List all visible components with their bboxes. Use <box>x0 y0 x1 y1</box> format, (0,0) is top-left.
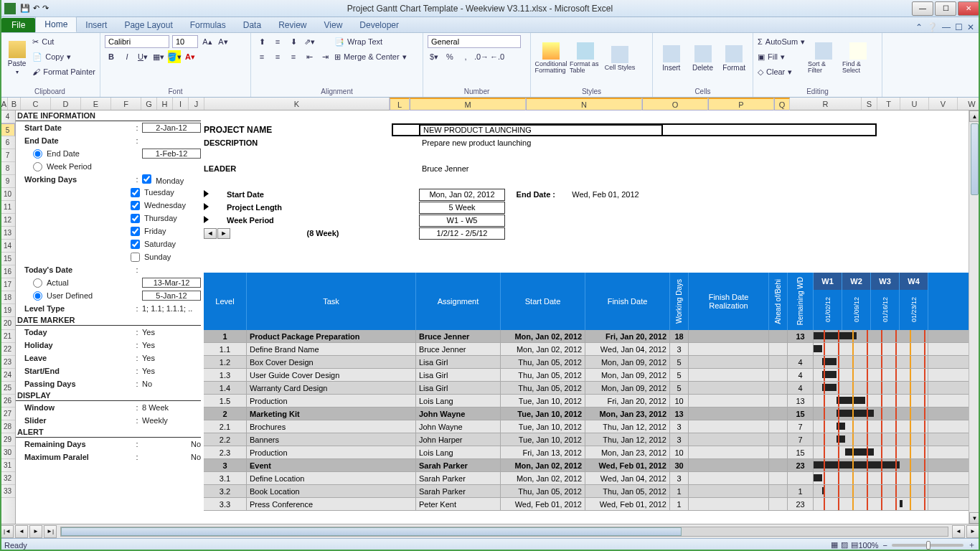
end-date-value[interactable]: 1-Feb-12 <box>142 149 201 159</box>
project-name-cell[interactable]: NEW PRODUCT LAUNCHING <box>419 124 663 136</box>
col-header-W[interactable]: W <box>958 98 980 110</box>
tab-developer[interactable]: Developer <box>351 18 407 32</box>
row-header-18[interactable]: 18 <box>0 291 15 304</box>
user-def-date-value[interactable]: 5-Jan-12 <box>142 291 201 301</box>
end-date-radio[interactable] <box>33 149 42 159</box>
row-header-20[interactable]: 20 <box>0 317 15 330</box>
horizontal-scrollbar[interactable] <box>60 527 948 537</box>
row-header-9[interactable]: 9 <box>0 175 15 188</box>
minimize-ribbon-icon[interactable]: ⌃ <box>915 22 923 32</box>
tab-home[interactable]: Home <box>35 17 77 32</box>
day-tuesday-check[interactable] <box>131 188 140 197</box>
close-button[interactable]: ✕ <box>958 1 979 16</box>
cut-button[interactable]: ✂ Cut <box>32 34 95 49</box>
row-header-16[interactable]: 16 <box>0 265 15 278</box>
tab-data[interactable]: Data <box>235 18 270 32</box>
tab-view[interactable]: View <box>316 18 352 32</box>
sheet-nav-last[interactable]: ►| <box>44 525 57 538</box>
day-wednesday-check[interactable] <box>131 201 140 210</box>
maximize-button[interactable]: ☐ <box>935 1 956 16</box>
col-header-I[interactable]: I <box>173 98 189 110</box>
fill-button[interactable]: ▣ Fill ▾ <box>758 50 805 64</box>
row-header-6[interactable]: 6 <box>0 136 15 149</box>
zoom-out-icon[interactable]: − <box>883 541 887 550</box>
task-row[interactable]: 1.5ProductionLois LangTue, Jan 10, 2012F… <box>204 395 980 408</box>
sheet-nav-first[interactable]: |◄ <box>1 525 14 538</box>
col-header-U[interactable]: U <box>900 98 929 110</box>
task-row[interactable]: 1Product Package PreparationBruce Jenner… <box>204 330 980 343</box>
row-header-7[interactable]: 7 <box>0 149 15 162</box>
col-header-S[interactable]: S <box>862 98 877 110</box>
day-sunday-check[interactable] <box>131 253 140 262</box>
wrap-text-button[interactable]: 📑 Wrap Text <box>334 34 407 49</box>
view-break-icon[interactable]: ▤ <box>851 540 858 550</box>
insert-cells-button[interactable]: Insert <box>657 34 686 82</box>
task-row[interactable]: 1.3User Guide Cover DesignLisa GirlThu, … <box>204 369 980 382</box>
align-right-icon[interactable]: ≡ <box>287 50 300 63</box>
font-color-button[interactable]: A▾ <box>184 50 197 63</box>
task-row[interactable]: 1.2Box Cover DesignLisa GirlThu, Jan 05,… <box>204 356 980 369</box>
expand-icon[interactable] <box>204 203 209 210</box>
row-header-25[interactable]: 25 <box>0 382 15 395</box>
underline-button[interactable]: U▾ <box>136 50 149 63</box>
start-date-value[interactable]: 2-Jan-12 <box>142 123 201 133</box>
bold-button[interactable]: B <box>105 50 118 63</box>
row-header-28[interactable]: 28 <box>0 420 15 433</box>
number-format-select[interactable] <box>428 35 521 48</box>
row-header-17[interactable]: 17 <box>0 278 15 291</box>
col-header-A[interactable]: A <box>1 98 8 110</box>
col-header-T[interactable]: T <box>877 98 900 110</box>
inc-decimal-icon[interactable]: .0→ <box>475 50 488 63</box>
conditional-formatting-button[interactable]: Conditional Formatting <box>535 34 567 82</box>
scroll-thumb[interactable] <box>971 123 979 195</box>
tab-review[interactable]: Review <box>270 18 315 32</box>
col-header-F[interactable]: F <box>111 98 141 110</box>
row-header-30[interactable]: 30 <box>0 446 15 459</box>
row-header-15[interactable]: 15 <box>0 253 15 265</box>
task-row[interactable]: 3.2Book LocationSarah ParkerThu, Jan 05,… <box>204 485 980 498</box>
tab-page-layout[interactable]: Page Layout <box>116 18 181 32</box>
paste-button[interactable]: Paste▾ <box>4 34 29 82</box>
cell-styles-button[interactable]: Cell Styles <box>604 34 636 82</box>
doc-min-icon[interactable]: — <box>942 22 951 32</box>
col-header-O[interactable]: O <box>642 98 708 110</box>
find-select-button[interactable]: Find & Select <box>842 34 874 82</box>
day-monday-check[interactable] <box>142 174 151 184</box>
indent-inc-icon[interactable]: ⇥ <box>319 50 331 63</box>
doc-restore-icon[interactable]: ☐ <box>955 22 963 32</box>
task-row[interactable]: 2.2BannersJohn HarperTue, Jan 10, 2012Th… <box>204 433 980 446</box>
col-header-H[interactable]: H <box>157 98 173 110</box>
file-tab[interactable]: File <box>1 18 35 32</box>
col-header-E[interactable]: E <box>81 98 111 110</box>
currency-icon[interactable]: $▾ <box>428 50 440 63</box>
delete-cells-button[interactable]: Delete <box>689 34 717 82</box>
view-normal-icon[interactable]: ▦ <box>831 540 838 550</box>
task-row[interactable]: 3EventSarah ParkerMon, Jan 02, 2012Wed, … <box>204 459 980 472</box>
day-friday-check[interactable] <box>131 227 140 236</box>
col-header-K[interactable]: K <box>204 98 390 110</box>
expand-icon[interactable] <box>204 190 209 197</box>
col-header-B[interactable]: B <box>8 98 21 110</box>
task-row[interactable]: 2.1BrochuresJohn WayneTue, Jan 10, 2012T… <box>204 420 980 433</box>
scroll-down-icon[interactable]: ▼ <box>969 512 980 524</box>
col-header-G[interactable]: G <box>141 98 157 110</box>
italic-button[interactable]: I <box>121 50 133 63</box>
col-header-P[interactable]: P <box>708 98 774 110</box>
sort-filter-button[interactable]: Sort & Filter <box>808 34 839 82</box>
row-header-11[interactable]: 11 <box>0 201 15 214</box>
fill-color-button[interactable]: 🪣▾ <box>168 50 181 63</box>
row-header-13[interactable]: 13 <box>0 227 15 240</box>
worksheet-cells[interactable]: DATE INFORMATION Start Date:2-Jan-12 End… <box>16 110 980 524</box>
zoom-slider[interactable] <box>892 544 963 547</box>
font-size-select[interactable] <box>172 35 198 48</box>
task-row[interactable]: 2.3ProductionLois LangFri, Jan 13, 2012M… <box>204 446 980 459</box>
row-header-26[interactable]: 26 <box>0 395 15 408</box>
row-header-24[interactable]: 24 <box>0 369 15 382</box>
increase-font-icon[interactable]: A▴ <box>201 35 214 48</box>
merge-center-button[interactable]: ⊞ Merge & Center ▾ <box>334 50 407 64</box>
sheet-nav-prev[interactable]: ◄ <box>15 525 28 538</box>
col-header-N[interactable]: N <box>526 98 642 110</box>
day-thursday-check[interactable] <box>131 214 140 223</box>
user-defined-radio[interactable] <box>33 291 42 301</box>
col-header-C[interactable]: C <box>21 98 51 110</box>
